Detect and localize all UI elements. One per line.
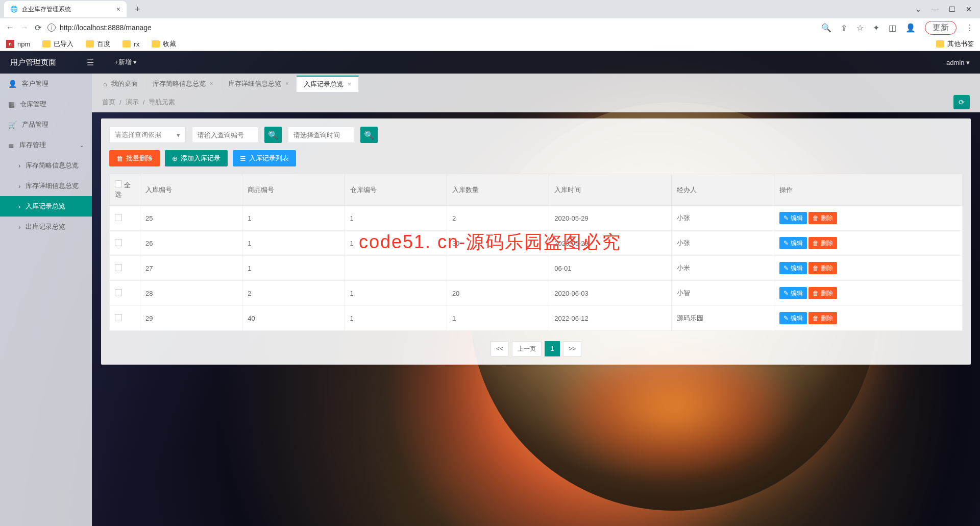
page-tabs: ⌂我的桌面 库存简略信息总览× 库存详细信息总览× 入库记录总览× bbox=[92, 74, 980, 92]
bookmark-imported[interactable]: 已导入 bbox=[42, 39, 74, 49]
menu-icon[interactable]: ⋮ bbox=[966, 23, 974, 33]
close-icon[interactable]: × bbox=[210, 80, 213, 87]
tab-home[interactable]: ⌂我的桌面 bbox=[96, 76, 145, 92]
breadcrumb-home[interactable]: 首页 bbox=[102, 98, 115, 107]
cell-in-id: 28 bbox=[140, 281, 242, 306]
maximize-icon[interactable]: ☐ bbox=[949, 5, 955, 13]
edit-button[interactable]: ✎ 编辑 bbox=[779, 312, 807, 324]
update-button[interactable]: 更新 bbox=[925, 21, 957, 35]
add-dropdown[interactable]: +新增 ▾ bbox=[114, 58, 137, 67]
extensions-icon[interactable]: ✦ bbox=[873, 23, 879, 33]
edit-button[interactable]: ✎ 编辑 bbox=[779, 262, 807, 274]
other-bookmarks[interactable]: 其他书签 bbox=[936, 39, 974, 49]
edit-button[interactable]: ✎ 编辑 bbox=[779, 212, 807, 224]
bookmark-fav[interactable]: 收藏 bbox=[152, 39, 176, 49]
tab-title: 企业库存管理系统 bbox=[22, 5, 71, 14]
close-icon[interactable]: × bbox=[348, 81, 351, 88]
pencil-icon: ✎ bbox=[783, 214, 789, 222]
delete-button[interactable]: 🗑 删除 bbox=[808, 212, 837, 224]
cell-ops: ✎ 编辑 🗑 删除 bbox=[774, 281, 962, 306]
cell-prod-id: 40 bbox=[242, 306, 345, 331]
close-window-icon[interactable]: ✕ bbox=[966, 5, 972, 13]
search-basis-select[interactable]: 请选择查询依据▾ bbox=[109, 127, 186, 143]
row-checkbox[interactable] bbox=[115, 314, 122, 321]
delete-button[interactable]: 🗑 删除 bbox=[808, 312, 837, 324]
cell-prod-id: 1 bbox=[242, 231, 345, 256]
row-checkbox[interactable] bbox=[115, 264, 122, 271]
sidebar-item-warehouse[interactable]: ▦仓库管理 bbox=[0, 94, 92, 114]
search-icon: 🔍 bbox=[364, 130, 374, 140]
site-info-icon[interactable]: i bbox=[47, 23, 56, 32]
sidebar-item-customer[interactable]: 👤客户管理 bbox=[0, 74, 92, 94]
pencil-icon: ✎ bbox=[783, 240, 789, 247]
forward-icon[interactable]: → bbox=[20, 23, 29, 32]
zoom-icon[interactable]: 🔍 bbox=[821, 23, 831, 33]
select-all-checkbox[interactable] bbox=[115, 180, 122, 187]
list-records-button[interactable]: ☰入库记录列表 bbox=[233, 150, 296, 166]
cell-operator: 小张 bbox=[672, 231, 774, 256]
delete-button[interactable]: 🗑 删除 bbox=[808, 262, 837, 274]
delete-button[interactable]: 🗑 删除 bbox=[808, 237, 837, 249]
back-icon[interactable]: ← bbox=[6, 23, 14, 32]
tab-brief[interactable]: 库存简略信息总览× bbox=[145, 76, 221, 92]
cell-time: 2020-06-03 bbox=[549, 281, 672, 306]
menu-toggle-icon[interactable]: ☰ bbox=[87, 58, 94, 67]
tab-detail[interactable]: 库存详细信息总览× bbox=[221, 76, 297, 92]
cell-prod-id: 1 bbox=[242, 256, 345, 281]
tab-in[interactable]: 入库记录总览× bbox=[297, 76, 359, 92]
row-checkbox[interactable] bbox=[115, 289, 122, 296]
add-record-button[interactable]: ⊕添加入库记录 bbox=[165, 150, 228, 166]
search-time-button[interactable]: 🔍 bbox=[360, 127, 378, 143]
page-first[interactable]: << bbox=[491, 341, 509, 356]
row-checkbox[interactable] bbox=[115, 239, 122, 246]
sidebar-item-stock-detail[interactable]: ›库存详细信息总览 bbox=[0, 176, 92, 196]
minimize-icon[interactable]: — bbox=[932, 5, 939, 13]
delete-button[interactable]: 🗑 删除 bbox=[808, 287, 837, 299]
edit-button[interactable]: ✎ 编辑 bbox=[779, 237, 807, 249]
search-id-input[interactable] bbox=[192, 127, 258, 143]
sidebar-item-stock[interactable]: ≣库存管理⌄ bbox=[0, 135, 92, 155]
page-prev[interactable]: 上一页 bbox=[512, 341, 542, 356]
reload-icon[interactable]: ⟳ bbox=[35, 23, 41, 33]
page-current[interactable]: 1 bbox=[545, 341, 560, 356]
cell-wh-id bbox=[345, 256, 447, 281]
folder-icon bbox=[86, 40, 94, 47]
trash-icon: 🗑 bbox=[813, 214, 819, 222]
refresh-button[interactable]: ⟳ bbox=[953, 95, 970, 109]
search-id-button[interactable]: 🔍 bbox=[264, 127, 282, 143]
batch-delete-button[interactable]: 🗑批量删除 bbox=[109, 150, 160, 166]
close-icon[interactable]: × bbox=[116, 5, 120, 13]
profile-icon[interactable]: 👤 bbox=[905, 23, 916, 33]
star-icon[interactable]: ☆ bbox=[856, 23, 864, 33]
bookmark-npm[interactable]: nnpm bbox=[6, 40, 30, 48]
url-input[interactable]: i http://localhost:8888/manage bbox=[47, 23, 815, 32]
folder-icon bbox=[122, 40, 131, 47]
browser-tab[interactable]: 🌐 企业库存管理系统 × bbox=[4, 1, 127, 17]
cart-icon: 🛒 bbox=[8, 121, 17, 129]
row-checkbox[interactable] bbox=[115, 214, 122, 221]
home-icon: ⌂ bbox=[103, 80, 107, 88]
table-row: 27106-01小米✎ 编辑 🗑 删除 bbox=[110, 256, 963, 281]
close-icon[interactable]: × bbox=[285, 80, 289, 87]
edit-button[interactable]: ✎ 编辑 bbox=[779, 287, 807, 299]
user-dropdown[interactable]: admin ▾ bbox=[946, 59, 970, 66]
bookmark-baidu[interactable]: 百度 bbox=[86, 39, 110, 49]
folder-icon bbox=[152, 40, 160, 47]
bookmark-rx[interactable]: rx bbox=[122, 40, 139, 48]
pencil-icon: ✎ bbox=[783, 265, 789, 272]
window-controls: ⌄ — ☐ ✕ bbox=[915, 5, 980, 13]
sidebar-item-stock-brief[interactable]: ›库存简略信息总览 bbox=[0, 155, 92, 176]
search-time-input[interactable] bbox=[288, 127, 354, 143]
new-tab-button[interactable]: + bbox=[131, 2, 144, 17]
breadcrumb-demo[interactable]: 演示 bbox=[126, 98, 139, 107]
panel-icon[interactable]: ◫ bbox=[889, 23, 896, 33]
cell-operator: 小米 bbox=[672, 256, 774, 281]
sidebar-item-stock-out[interactable]: ›出库记录总览 bbox=[0, 217, 92, 237]
tab-dropdown-icon[interactable]: ⌄ bbox=[915, 5, 921, 13]
trash-icon: 🗑 bbox=[116, 155, 123, 162]
page-next[interactable]: >> bbox=[563, 341, 581, 356]
cell-time: 06-01 bbox=[549, 256, 672, 281]
sidebar-item-product[interactable]: 🛒产品管理 bbox=[0, 114, 92, 135]
share-icon[interactable]: ⇪ bbox=[841, 23, 847, 33]
sidebar-item-stock-in[interactable]: ›入库记录总览 bbox=[0, 196, 92, 217]
